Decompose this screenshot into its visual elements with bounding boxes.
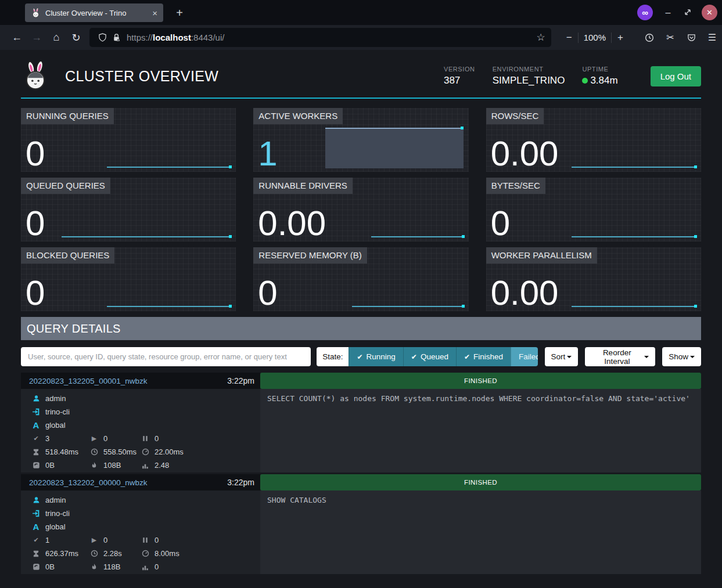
completed-splits: 1 [45,536,49,544]
new-tab-button[interactable]: + [171,5,188,21]
clock-icon [89,550,99,558]
query-id-link[interactable]: 20220823_132202_00000_nwbzk [29,478,147,487]
equalizer-icon [141,461,150,470]
query-time: 3:22pm [227,376,254,385]
sort-label: Sort [551,352,566,361]
stat-value: 0 [26,275,45,311]
header-divider [21,98,701,99]
stat-value: 0 [26,205,45,241]
history-clock-icon[interactable] [640,29,659,46]
lock-warning-icon[interactable] [109,32,123,44]
check-icon: ✔ [464,353,470,361]
queued-splits-icon [141,435,150,443]
query-row: 20220823_132202_00000_nwbzk 3:22pm admin… [21,474,701,574]
query-search-input[interactable] [21,347,311,366]
sign-in-icon [31,510,41,518]
query-sql-text[interactable]: SELECT COUNT(*) as nodes FROM system.run… [260,389,701,472]
sparkline [572,167,696,168]
filter-finished-button[interactable]: ✔ Finished [456,347,511,366]
filter-label: Failed [519,352,538,361]
stat-card-rows-sec: ROWS/SEC 0.00 [486,108,701,172]
completed-splits-icon: ✔ [31,435,41,443]
zoom-controls: − 100% + [561,32,629,44]
query-status-bar: FINISHED [260,474,701,490]
chevron-down-icon [567,356,572,358]
filter-label: Running [367,352,396,361]
stat-label: RUNNING QUERIES [21,108,114,124]
page-title: CLUSTER OVERVIEW [65,68,218,85]
current-memory: 0B [45,562,55,571]
sparkline [371,236,464,237]
sparkline [572,306,696,307]
filter-running-button[interactable]: ✔ Running [349,347,403,366]
reorder-interval-dropdown[interactable]: Reorder Interval [585,347,655,366]
query-user: admin [45,394,66,403]
filter-queued-button[interactable]: ✔ Queued [403,347,456,366]
shield-icon[interactable] [95,32,109,44]
environment-stat: ENVIRONMENT SIMPLE_TRINO [493,66,565,86]
app-header: CLUSTER OVERVIEW VERSION 387 ENVIRONMENT… [21,58,701,94]
reload-button[interactable]: ↻ [66,29,86,46]
uptime-status-dot [582,78,588,84]
query-details-header: QUERY DETAILS [21,317,701,340]
pocket-icon[interactable] [681,29,701,46]
toolbar-icons: ✂ ☰ [640,29,722,46]
version-value: 387 [444,75,475,86]
url-path: :8443/ui/ [191,33,225,42]
stat-card-runnable-drivers: RUNNABLE DRIVERS 0.00 [253,178,468,241]
close-button[interactable]: ✕ [702,5,717,20]
sort-dropdown[interactable]: Sort [545,347,579,366]
url-bar[interactable]: https://localhost:8443/ui/ ☆ [89,28,551,47]
zoom-in-button[interactable]: + [612,32,629,44]
cpu-time: 2.28s [103,549,122,558]
queued-splits-icon [141,536,150,544]
state-label: State: [317,347,349,366]
sparkline [572,236,696,237]
zoom-out-button[interactable]: − [561,32,578,44]
query-user: admin [45,496,66,504]
running-splits-icon: ▶ [89,536,99,544]
stat-value: 0 [258,275,277,311]
zoom-level[interactable]: 100% [579,33,611,42]
tab-close-icon[interactable]: × [152,8,157,18]
query-sql-text[interactable]: SHOW CATALOGS [260,490,701,574]
stat-value: 1 [258,135,277,172]
logout-button[interactable]: Log Out [651,66,701,86]
url-text[interactable]: https://localhost:8443/ui/ [127,33,537,42]
home-button[interactable]: ⌂ [46,29,66,46]
filter-failed-dropdown[interactable]: Failed [511,347,538,366]
stat-value: 0 [491,205,510,241]
bookmark-star-icon[interactable]: ☆ [537,31,545,44]
query-id-link[interactable]: 20220823_132205_00001_nwbzk [29,377,147,385]
stat-label: RESERVED MEMORY (B) [253,247,367,264]
back-button[interactable]: ← [7,29,27,46]
parallelism: 2.48 [155,461,169,470]
browser-tab[interactable]: Cluster Overview - Trino × [25,3,163,22]
sparkline [107,306,232,307]
navigation-bar: ← → ⌂ ↻ https://localhost:8443/ui/ ☆ − [0,25,722,50]
minimize-button[interactable]: – [661,8,675,18]
private-mask-glyph: ∞ [642,8,648,17]
stat-value: 0.00 [258,205,326,241]
parallelism: 0 [155,562,159,571]
forward-button[interactable]: → [27,29,46,46]
show-dropdown[interactable]: Show [662,347,701,366]
resource-group-icon: A [31,421,41,430]
private-browsing-icon: ∞ [637,5,653,20]
restore-button[interactable] [683,8,694,18]
query-info-panel: 20220823_132202_00000_nwbzk 3:22pm admin… [21,474,260,574]
clock-icon [89,448,99,456]
scale-icon [31,563,41,571]
check-icon: ✔ [357,353,362,361]
cluster-stats-grid: RUNNING QUERIES 0 ACTIVE WORKERS 1 ROWS/… [21,108,701,311]
hourglass-icon [31,448,41,456]
scale-icon [31,461,41,470]
screenshot-scissors-icon[interactable]: ✂ [660,29,680,46]
completed-splits: 3 [45,434,49,443]
uptime-label: UPTIME [582,66,617,73]
equalizer-icon [141,563,150,571]
stat-card-reserved-memory: RESERVED MEMORY (B) 0 [253,247,468,311]
query-time: 3:22pm [227,478,254,487]
query-row-header: 20220823_132202_00000_nwbzk 3:22pm [21,474,260,490]
menu-hamburger-icon[interactable]: ☰ [702,29,722,46]
